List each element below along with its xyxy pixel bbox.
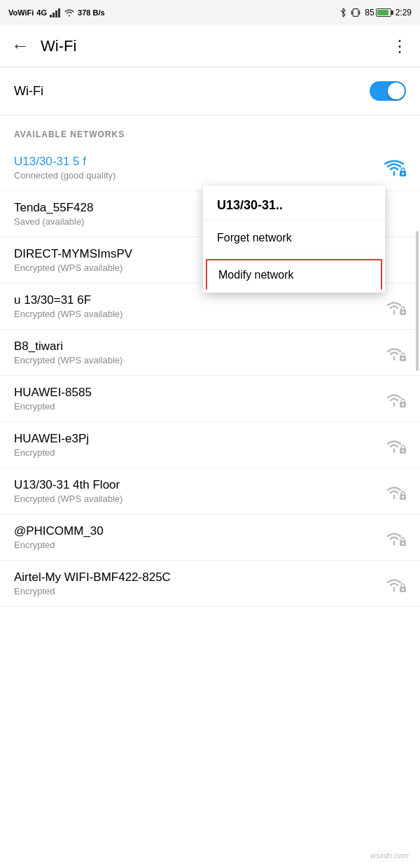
network-status: Encrypted — [14, 586, 375, 596]
svg-rect-4 — [353, 9, 358, 17]
battery-icon — [376, 8, 391, 17]
network-info: u 13/30=31 6FEncrypted (WPS available) — [14, 293, 375, 319]
svg-rect-0 — [50, 15, 52, 18]
battery-indicator: 85 — [365, 8, 391, 18]
svg-rect-5 — [351, 10, 353, 15]
signal-bars-icon — [50, 8, 61, 18]
network-item[interactable]: Airtel-My WIFI-BMF422-825CEncrypted — [0, 561, 420, 607]
wifi-lock-icon — [382, 158, 406, 178]
wifi-lock-icon — [382, 297, 406, 316]
context-menu: U13/30-31.. Forget network Modify networ… — [203, 186, 385, 293]
status-bar: VoWiFi 4G 378 B/s 85 — [0, 0, 420, 25]
network-name: U13/30-31 4th Floor — [14, 478, 375, 492]
network-item[interactable]: U13/30-31 5 fConnected (good quality) — [0, 145, 420, 191]
network-info: @PHICOMM_30Encrypted — [14, 524, 375, 550]
network-item[interactable]: HUAWEI-8585Encrypted — [0, 376, 420, 422]
wifi-toggle-label: Wi-Fi — [14, 84, 43, 99]
svg-point-12 — [402, 357, 404, 359]
more-options-button[interactable]: ⋮ — [391, 36, 409, 56]
svg-point-10 — [402, 311, 404, 313]
wifi-lock-icon — [382, 482, 406, 501]
svg-point-20 — [402, 542, 404, 544]
carrier-label: VoWiFi — [8, 8, 34, 17]
watermark: wsxdn.com — [370, 851, 409, 860]
network-info: U13/30-31 5 fConnected (good quality) — [14, 155, 375, 181]
network-status: Encrypted — [14, 401, 375, 412]
network-status: Encrypted (WPS available) — [14, 493, 375, 504]
wifi-toggle-switch[interactable] — [370, 81, 406, 101]
wifi-lock-icon — [382, 343, 406, 363]
wifi-lock-icon — [382, 528, 406, 547]
svg-rect-3 — [58, 8, 60, 18]
download-speed: 378 B/s — [78, 8, 105, 17]
network-item[interactable]: @PHICOMM_30Encrypted — [0, 514, 420, 561]
network-item[interactable]: HUAWEI-e3PjEncrypted — [0, 422, 420, 468]
svg-point-22 — [402, 588, 404, 590]
network-info: HUAWEI-8585Encrypted — [14, 386, 375, 412]
bluetooth-icon — [340, 8, 346, 18]
status-wifi-icon — [64, 8, 75, 18]
network-name: Airtel-My WIFI-BMF422-825C — [14, 570, 375, 584]
wifi-lock-icon — [382, 389, 406, 409]
svg-rect-6 — [359, 10, 360, 15]
svg-rect-1 — [52, 13, 55, 18]
network-info: HUAWEI-e3PjEncrypted — [14, 432, 375, 458]
modify-network-item[interactable]: Modify network — [206, 259, 382, 290]
battery-pct: 85 — [365, 8, 374, 18]
scroll-indicator[interactable] — [416, 231, 419, 371]
network-name: HUAWEI-8585 — [14, 386, 375, 400]
wifi-lock-icon — [382, 435, 406, 455]
forget-network-item[interactable]: Forget network — [203, 220, 385, 256]
network-status: Encrypted — [14, 540, 375, 550]
network-info: Airtel-My WIFI-BMF422-825CEncrypted — [14, 570, 375, 596]
network-info: U13/30-31 4th FloorEncrypted (WPS availa… — [14, 478, 375, 504]
toggle-knob — [388, 83, 405, 99]
wifi-toggle-row: Wi-Fi — [0, 67, 420, 115]
time-label: 2:29 — [396, 8, 412, 18]
status-right: 85 2:29 — [340, 8, 412, 18]
wifi-lock-icon — [382, 574, 406, 594]
svg-point-18 — [402, 496, 404, 498]
signal-label: 4G — [36, 8, 47, 17]
network-name: @PHICOMM_30 — [14, 524, 375, 538]
context-menu-title: U13/30-31.. — [203, 186, 385, 220]
available-networks-header: AVAILABLE NETWORKS — [0, 115, 420, 145]
back-button[interactable]: ← — [11, 35, 29, 57]
network-info: B8_tiwariEncrypted (WPS available) — [14, 340, 375, 365]
svg-point-14 — [402, 403, 404, 405]
vibrate-icon — [351, 8, 360, 18]
svg-rect-2 — [55, 10, 57, 18]
network-item[interactable]: U13/30-31 4th FloorEncrypted (WPS availa… — [0, 468, 420, 514]
status-left: VoWiFi 4G 378 B/s — [8, 8, 105, 18]
svg-point-8 — [402, 172, 404, 174]
network-name: B8_tiwari — [14, 340, 375, 354]
app-bar: ← Wi-Fi ⋮ — [0, 25, 420, 67]
network-status: Encrypted (WPS available) — [14, 355, 375, 365]
page-title: Wi-Fi — [41, 37, 391, 55]
network-status: Encrypted — [14, 447, 375, 458]
network-item[interactable]: B8_tiwariEncrypted (WPS available) — [0, 330, 420, 376]
network-name: HUAWEI-e3Pj — [14, 432, 375, 446]
network-name: u 13/30=31 6F — [14, 293, 375, 307]
network-status: Connected (good quality) — [14, 170, 375, 181]
svg-point-16 — [402, 449, 404, 451]
network-status: Encrypted (WPS available) — [14, 309, 375, 319]
network-name: U13/30-31 5 f — [14, 155, 375, 169]
